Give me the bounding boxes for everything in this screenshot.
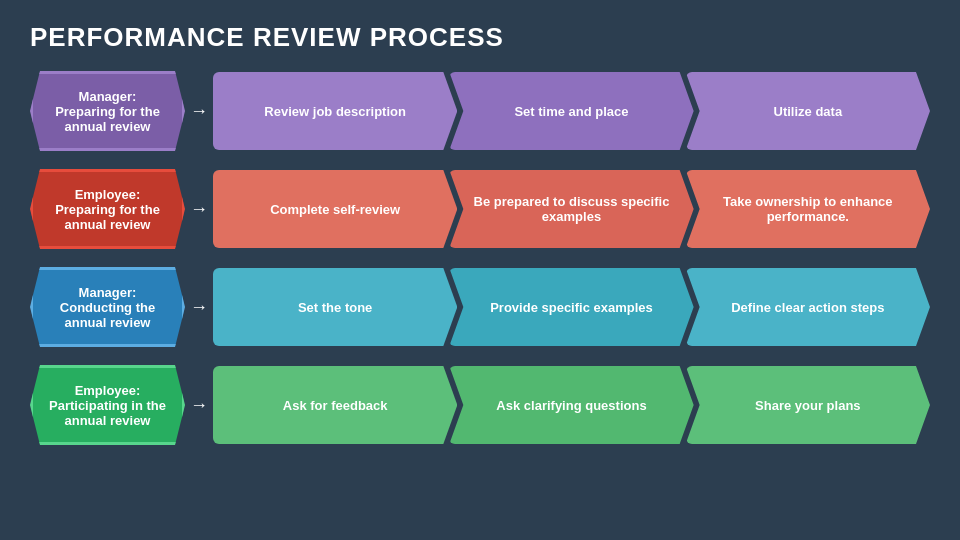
steps-2: Set the toneProvide specific examplesDef… xyxy=(213,268,930,346)
step-3-2: Share your plans xyxy=(686,366,930,444)
step-1-0: Complete self-review xyxy=(213,170,457,248)
step-2-1: Provide specific examples xyxy=(449,268,693,346)
arrow-2: → xyxy=(185,297,213,318)
step-0-2: Utilize data xyxy=(686,72,930,150)
arrow-1: → xyxy=(185,199,213,220)
arrow-0: → xyxy=(185,101,213,122)
step-0-1: Set time and place xyxy=(449,72,693,150)
steps-1: Complete self-reviewBe prepared to discu… xyxy=(213,170,930,248)
label-box-1: Employee:Preparing for the annual review xyxy=(30,169,185,249)
label-box-0: Manager:Preparing for the annual review xyxy=(30,71,185,151)
arrow-3: → xyxy=(185,395,213,416)
label-box-2: Manager:Conducting the annual review xyxy=(30,267,185,347)
step-3-0: Ask for feedback xyxy=(213,366,457,444)
step-2-2: Define clear action steps xyxy=(686,268,930,346)
steps-0: Review job descriptionSet time and place… xyxy=(213,72,930,150)
step-2-0: Set the tone xyxy=(213,268,457,346)
row-row-purple: Manager:Preparing for the annual review→… xyxy=(30,67,930,155)
step-1-2: Take ownership to enhance performance. xyxy=(686,170,930,248)
steps-3: Ask for feedbackAsk clarifying questions… xyxy=(213,366,930,444)
row-row-red: Employee:Preparing for the annual review… xyxy=(30,165,930,253)
label-box-3: Employee:Participating in the annual rev… xyxy=(30,365,185,445)
page-title: PERFORMANCE REVIEW PROCESS xyxy=(30,22,930,53)
rows-container: Manager:Preparing for the annual review→… xyxy=(30,67,930,522)
step-1-1: Be prepared to discuss specific examples xyxy=(449,170,693,248)
row-row-teal: Manager:Conducting the annual review→Set… xyxy=(30,263,930,351)
step-3-1: Ask clarifying questions xyxy=(449,366,693,444)
page: PERFORMANCE REVIEW PROCESS Manager:Prepa… xyxy=(0,0,960,540)
row-row-green: Employee:Participating in the annual rev… xyxy=(30,361,930,449)
step-0-0: Review job description xyxy=(213,72,457,150)
